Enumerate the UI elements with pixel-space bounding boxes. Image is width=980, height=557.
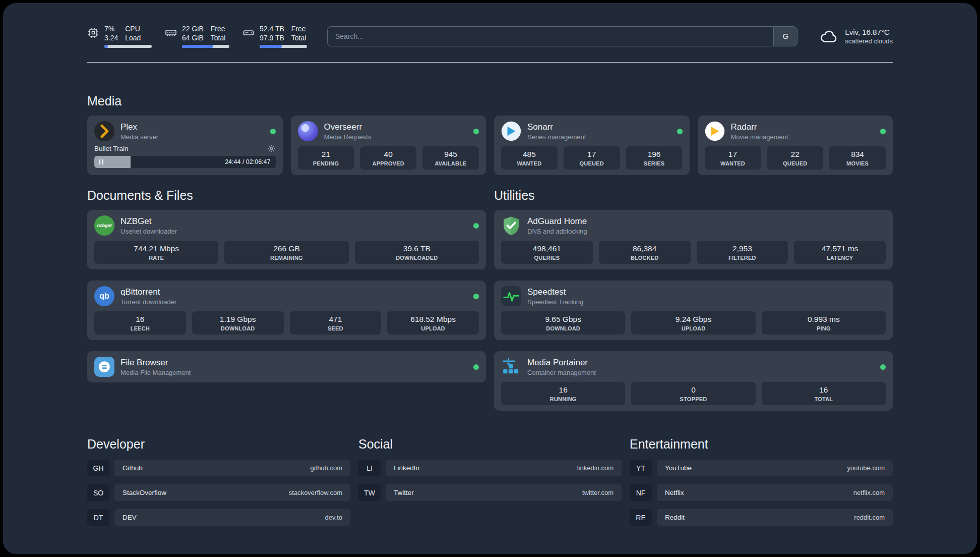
app-card-radarr[interactable]: Radarr Movie management 17 WANTED 22 QUE… — [698, 116, 893, 175]
app-subtitle: Container management — [527, 369, 596, 376]
bookmark-row: RE Reddit reddit.com — [630, 509, 893, 526]
app-card-overseerr[interactable]: Overseerr Media Requests 21 PENDING 40 A… — [291, 116, 486, 175]
stat-stopped: 0 STOPPED — [631, 382, 755, 405]
bookmark-row: SO StackOverflow stackoverflow.com — [87, 484, 350, 501]
bookmark-link-netflix[interactable]: Netflix netflix.com — [657, 484, 893, 501]
memory-metric: 22 GiB 64 GiB Free Total — [165, 24, 229, 48]
card-header: Plex Media server — [94, 121, 276, 141]
card-header: Media Portainer Container management — [501, 357, 886, 377]
app-subtitle: Usenet downloader — [120, 228, 177, 235]
bookmark-abbr-linkedin[interactable]: LI — [358, 460, 381, 476]
cpu-usage-bar — [104, 45, 152, 48]
bookmark-link-reddit[interactable]: Reddit reddit.com — [657, 509, 893, 526]
app-card-sonarr[interactable]: Sonarr Series management 485 WANTED 17 Q… — [494, 116, 690, 175]
stat-label: FILTERED — [699, 255, 786, 261]
playback-progress-bar[interactable]: 24:44 / 02:06:47 — [94, 156, 276, 168]
stat-queued: 22 QUEUED — [767, 146, 823, 170]
card-header: nzbget NZBGet Usenet downloader — [94, 215, 479, 236]
now-playing-widget: Bullet Train 24:44 / 02:06:47 — [94, 144, 276, 168]
stat-value: 618.52 Mbps — [389, 315, 477, 324]
stat-seed: 471 SEED — [290, 311, 382, 335]
stat-value: 485 — [503, 150, 556, 159]
bookmark-abbr-stackoverflow[interactable]: SO — [87, 484, 109, 501]
search-engine-button[interactable]: G — [773, 26, 798, 46]
filebrowser-icon — [94, 357, 114, 377]
stat-download: 9.65 Gbps DOWNLOAD — [501, 311, 625, 335]
stat-running: 16 RUNNING — [501, 382, 625, 405]
bookmark-link-linkedin[interactable]: LinkedIn linkedin.com — [386, 460, 622, 476]
app-card-adguard[interactable]: AdGuard Home DNS and adblocking 498,461 … — [494, 210, 893, 269]
app-card-nzbget[interactable]: nzbget NZBGet Usenet downloader 744.21 M… — [87, 210, 486, 269]
bookmark-row: DT DEV dev.to — [87, 509, 350, 526]
app-card-speedtest[interactable]: Speedtest Speedtest Tracking 9.65 Gbps D… — [494, 281, 893, 340]
app-name: Sonarr — [527, 122, 586, 132]
app-card-qbittorrent[interactable]: qb qBittorrent Torrent downloader 16 LEE… — [87, 281, 486, 340]
stat-label: QUEUED — [769, 160, 821, 166]
app-card-portainer[interactable]: Media Portainer Container management 16 … — [494, 351, 893, 411]
bookmark-link-youtube[interactable]: YouTube youtube.com — [657, 460, 893, 476]
disk-total-label: Total — [291, 33, 307, 42]
stat-label: WANTED — [503, 160, 556, 166]
stat-value: 22 — [769, 150, 821, 159]
ram-icon — [165, 27, 177, 39]
stat-leech: 16 LEECH — [94, 311, 186, 335]
app-card-filebrowser[interactable]: File Browser Media File Management — [87, 351, 486, 382]
stat-label: WANTED — [707, 160, 759, 166]
nzbget-icon: nzbget — [94, 215, 114, 236]
app-subtitle: Media server — [120, 133, 158, 141]
gear-icon[interactable] — [267, 144, 276, 153]
app-subtitle: Torrent downloader — [120, 298, 176, 306]
stat-value: 0 — [633, 385, 753, 395]
bookmark-abbr-github[interactable]: GH — [87, 460, 109, 476]
stat-wanted: 485 WANTED — [501, 146, 558, 170]
bookmark-name: Github — [122, 464, 143, 472]
status-dot-online — [880, 129, 886, 134]
bookmark-abbr-netflix[interactable]: NF — [630, 484, 652, 501]
app-card-plex[interactable]: Plex Media server Bullet Train — [87, 116, 283, 175]
stat-available: 945 AVAILABLE — [422, 146, 479, 170]
bookmark-name: Twitter — [394, 489, 414, 496]
cpu-label: CPU — [125, 24, 141, 33]
bookmark-link-dev[interactable]: DEV dev.to — [114, 509, 350, 526]
bookmark-row: NF Netflix netflix.com — [630, 484, 893, 501]
stat-value: 16 — [96, 315, 184, 324]
bookmark-abbr-twitter[interactable]: TW — [358, 484, 381, 501]
stat-approved: 40 APPROVED — [360, 146, 416, 170]
bookmark-link-twitter[interactable]: Twitter twitter.com — [386, 484, 622, 501]
stat-value: 86,384 — [601, 244, 689, 253]
search-input[interactable] — [327, 26, 773, 46]
adguard-icon — [501, 215, 521, 236]
bookmark-name: DEV — [122, 514, 137, 521]
stat-label: LEECH — [96, 325, 184, 331]
stat-value: 834 — [831, 150, 884, 159]
bookmark-url: netflix.com — [853, 489, 885, 496]
bookmark-abbr-dev[interactable]: DT — [87, 509, 109, 526]
status-dot-online — [473, 223, 479, 229]
stat-label: QUERIES — [503, 255, 591, 261]
app-name: Radarr — [731, 122, 788, 132]
stat-blocked: 86,384 BLOCKED — [599, 241, 691, 264]
stat-label: STOPPED — [633, 396, 753, 402]
bookmark-abbr-youtube[interactable]: YT — [630, 460, 652, 476]
bookmark-url: stackoverflow.com — [289, 489, 342, 496]
pause-icon[interactable] — [99, 159, 103, 164]
stat-value: 47.571 ms — [796, 244, 884, 253]
bookmark-abbr-reddit[interactable]: RE — [630, 509, 652, 526]
stat-label: DOWNLOADED — [357, 255, 477, 261]
playback-time: 24:44 / 02:06:47 — [225, 158, 275, 165]
section-title-entertainment: Entertainment — [630, 437, 893, 452]
stat-label: PING — [764, 325, 884, 331]
bookmark-link-github[interactable]: Github github.com — [114, 460, 350, 476]
card-header: Radarr Movie management — [705, 121, 886, 141]
app-subtitle: Movie management — [731, 133, 788, 141]
stat-label: UPLOAD — [389, 325, 477, 331]
weather-widget[interactable]: Lviv, 16.87°C scattered clouds — [820, 28, 893, 45]
bookmark-name: Netflix — [665, 489, 684, 496]
stat-filtered: 2,953 FILTERED — [697, 241, 788, 264]
cpu-icon — [87, 27, 99, 39]
section-title-utilities: Utilities — [494, 188, 893, 203]
stat-label: SEED — [292, 325, 380, 331]
radarr-icon — [705, 121, 725, 141]
card-header: Speedtest Speedtest Tracking — [501, 286, 886, 306]
bookmark-link-stackoverflow[interactable]: StackOverflow stackoverflow.com — [114, 484, 350, 501]
